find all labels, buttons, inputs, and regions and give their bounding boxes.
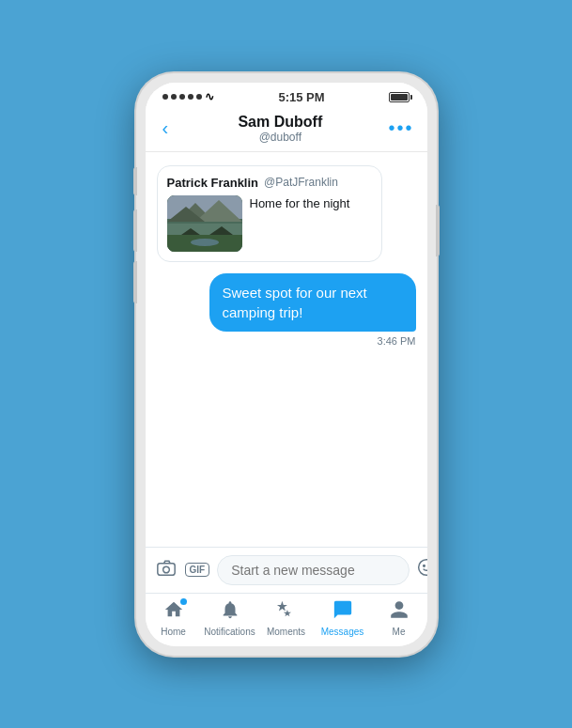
volume-down-button <box>133 261 137 303</box>
signal-dot <box>171 94 177 100</box>
emoji-button[interactable] <box>417 558 426 581</box>
me-icon <box>389 599 410 625</box>
card-message-text: Home for the night <box>250 195 350 212</box>
tab-moments-label: Moments <box>267 627 305 637</box>
home-notification-dot <box>180 598 187 605</box>
notifications-icon <box>220 599 240 625</box>
svg-point-7 <box>191 239 219 246</box>
status-bar: ∿ 5:15 PM <box>146 83 427 108</box>
volume-up-button <box>133 209 137 252</box>
input-bar: GIF <box>146 547 427 593</box>
sent-message-bubble: Sweet spot for our next camping trip! <box>209 273 416 332</box>
moments-icon <box>276 599 297 625</box>
tab-messages-label: Messages <box>321 627 364 637</box>
header-name: Sam Duboff <box>238 114 322 131</box>
message-input[interactable] <box>217 555 410 585</box>
phone-screen: ∿ 5:15 PM ‹ Sam Duboff @duboff ••• Patri… <box>146 83 427 646</box>
tab-messages[interactable]: Messages <box>315 599 371 637</box>
chat-area[interactable]: Patrick Franklin @PatJFranklin <box>146 152 427 547</box>
wifi-icon: ∿ <box>205 90 214 103</box>
more-button[interactable]: ••• <box>388 117 413 139</box>
signal-dot <box>179 94 185 100</box>
back-button[interactable]: ‹ <box>159 116 173 141</box>
signal-indicators: ∿ <box>162 90 214 103</box>
card-sender-name: Patrick Franklin <box>167 176 259 190</box>
battery-icon <box>389 92 410 102</box>
header-handle: @duboff <box>238 131 322 144</box>
signal-dot <box>188 94 193 100</box>
svg-point-11 <box>162 566 169 573</box>
card-body: Home for the night <box>167 195 372 252</box>
received-message-card: Patrick Franklin @PatJFranklin <box>157 165 382 262</box>
signal-dot <box>196 94 202 100</box>
camera-button[interactable] <box>155 557 178 582</box>
gif-button[interactable]: GIF <box>185 563 210 577</box>
svg-point-13 <box>424 565 425 567</box>
signal-dot <box>162 94 168 100</box>
tab-notifications[interactable]: Notifications <box>202 599 258 637</box>
home-icon <box>163 599 184 625</box>
tab-bar: Home Notifications Mome <box>146 593 427 646</box>
card-sender-handle: @PatJFranklin <box>264 176 338 189</box>
status-time: 5:15 PM <box>278 90 324 104</box>
messages-icon <box>332 599 353 625</box>
mute-button <box>133 167 137 195</box>
tab-me[interactable]: Me <box>371 599 427 637</box>
tab-home[interactable]: Home <box>146 599 202 637</box>
power-button <box>436 205 440 256</box>
tab-home-label: Home <box>161 627 186 637</box>
svg-point-12 <box>419 560 427 576</box>
sent-message-wrapper: Sweet spot for our next camping trip! 3:… <box>157 273 416 347</box>
card-header: Patrick Franklin @PatJFranklin <box>167 176 372 190</box>
tab-moments[interactable]: Moments <box>258 599 315 637</box>
header-center: Sam Duboff @duboff <box>238 114 322 144</box>
tab-notifications-label: Notifications <box>204 627 255 637</box>
tab-me-label: Me <box>393 627 406 637</box>
card-image <box>167 195 242 252</box>
message-timestamp: 3:46 PM <box>378 335 416 347</box>
nav-header: ‹ Sam Duboff @duboff ••• <box>146 108 427 152</box>
phone-frame: ∿ 5:15 PM ‹ Sam Duboff @duboff ••• Patri… <box>136 73 437 656</box>
battery-fill <box>391 94 408 101</box>
